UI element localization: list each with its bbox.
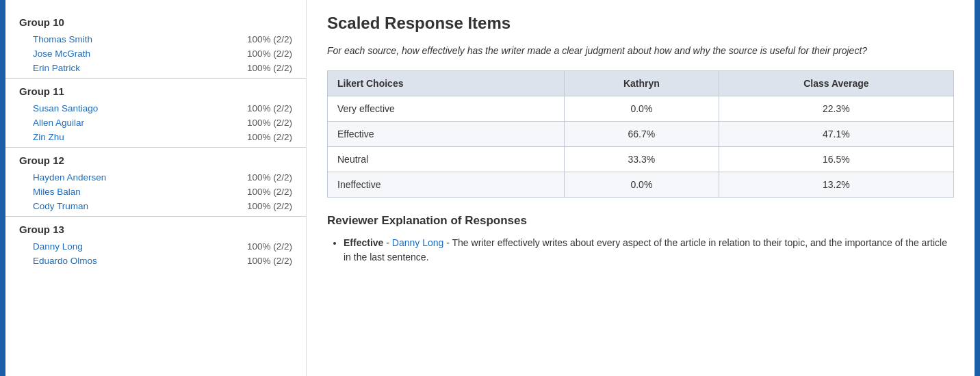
student-name[interactable]: Susan Santiago — [33, 103, 98, 113]
likert-table: Likert Choices Kathryn Class Average Ver… — [327, 70, 954, 198]
table-row: Very effective0.0%22.3% — [328, 96, 954, 122]
cell-avg: 22.3% — [719, 96, 953, 122]
group-heading-group12: Group 12 — [5, 148, 306, 170]
student-score: 100% (2/2) — [247, 187, 292, 197]
student-score: 100% (2/2) — [247, 132, 292, 142]
student-row: Allen Aguilar100% (2/2) — [5, 116, 306, 130]
cell-avg: 13.2% — [719, 172, 953, 198]
student-row: Susan Santiago100% (2/2) — [5, 101, 306, 116]
col-header-kathryn: Kathryn — [564, 71, 719, 96]
student-name[interactable]: Danny Long — [33, 241, 83, 252]
student-score: 100% (2/2) — [247, 118, 292, 128]
table-row: Effective66.7%47.1% — [328, 122, 954, 147]
student-score: 100% (2/2) — [247, 63, 292, 73]
reviewer-link[interactable]: Danny Long — [392, 237, 444, 248]
cell-kathryn: 66.7% — [564, 122, 719, 147]
student-name[interactable]: Eduardo Olmos — [33, 256, 97, 266]
student-row: Erin Patrick100% (2/2) — [5, 61, 306, 75]
student-name[interactable]: Cody Truman — [33, 201, 88, 211]
prompt-text: For each source, how effectively has the… — [327, 44, 954, 58]
student-score: 100% (2/2) — [247, 201, 292, 211]
group-section-group10: Group 10Thomas Smith100% (2/2)Jose McGra… — [5, 10, 306, 75]
student-row: Miles Balan100% (2/2) — [5, 185, 306, 199]
table-row: Ineffective0.0%13.2% — [328, 172, 954, 198]
table-row: Neutral33.3%16.5% — [328, 147, 954, 172]
student-row: Cody Truman100% (2/2) — [5, 199, 306, 213]
cell-choice: Effective — [328, 122, 565, 147]
reviewer-list: Effective - Danny Long - The writer effe… — [327, 236, 954, 265]
student-name[interactable]: Erin Patrick — [33, 63, 80, 73]
right-border — [975, 0, 980, 376]
student-row: Hayden Andersen100% (2/2) — [5, 170, 306, 185]
cell-avg: 47.1% — [719, 122, 953, 147]
main-content: Scaled Response Items For each source, h… — [307, 0, 975, 376]
student-row: Eduardo Olmos100% (2/2) — [5, 254, 306, 268]
list-item: Effective - Danny Long - The writer effe… — [344, 236, 954, 265]
cell-kathryn: 33.3% — [564, 147, 719, 172]
left-border — [0, 0, 5, 376]
group-section-group13: Group 13Danny Long100% (2/2)Eduardo Olmo… — [5, 216, 306, 268]
student-score: 100% (2/2) — [247, 34, 292, 44]
student-name[interactable]: Hayden Andersen — [33, 172, 106, 183]
student-score: 100% (2/2) — [247, 241, 292, 252]
group-section-group12: Group 12Hayden Andersen100% (2/2)Miles B… — [5, 147, 306, 213]
reviewer-heading: Reviewer Explanation of Responses — [327, 214, 954, 228]
student-row: Zin Zhu100% (2/2) — [5, 130, 306, 144]
group-section-group11: Group 11Susan Santiago100% (2/2)Allen Ag… — [5, 78, 306, 144]
group-heading-group13: Group 13 — [5, 217, 306, 239]
student-name[interactable]: Miles Balan — [33, 187, 81, 197]
group-heading-group10: Group 10 — [5, 10, 306, 32]
student-score: 100% (2/2) — [247, 103, 292, 113]
student-name[interactable]: Allen Aguilar — [33, 118, 84, 128]
student-row: Danny Long100% (2/2) — [5, 239, 306, 254]
student-score: 100% (2/2) — [247, 256, 292, 266]
student-score: 100% (2/2) — [247, 172, 292, 183]
student-name[interactable]: Zin Zhu — [33, 132, 64, 142]
student-row: Thomas Smith100% (2/2) — [5, 32, 306, 46]
reviewer-bold-label: Effective — [344, 237, 383, 248]
sidebar: Group 10Thomas Smith100% (2/2)Jose McGra… — [5, 0, 307, 376]
cell-avg: 16.5% — [719, 147, 953, 172]
cell-choice: Neutral — [328, 147, 565, 172]
student-score: 100% (2/2) — [247, 49, 292, 59]
student-row: Jose McGrath100% (2/2) — [5, 46, 306, 61]
cell-kathryn: 0.0% — [564, 96, 719, 122]
col-header-avg: Class Average — [719, 71, 953, 96]
cell-kathryn: 0.0% — [564, 172, 719, 198]
col-header-choice: Likert Choices — [328, 71, 565, 96]
cell-choice: Ineffective — [328, 172, 565, 198]
student-name[interactable]: Jose McGrath — [33, 49, 90, 59]
cell-choice: Very effective — [328, 96, 565, 122]
group-heading-group11: Group 11 — [5, 79, 306, 101]
page-title: Scaled Response Items — [327, 14, 954, 33]
student-name[interactable]: Thomas Smith — [33, 34, 92, 44]
